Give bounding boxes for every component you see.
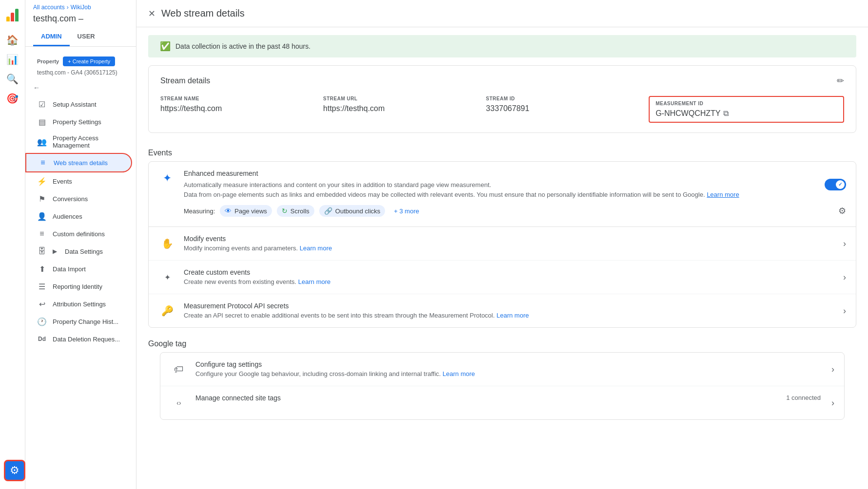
sidebar-item-attribution-settings[interactable]: ↩ Attribution Settings (25, 295, 132, 313)
chevron-right-icon: › (843, 272, 846, 282)
learn-more-custom[interactable]: Learn more (298, 278, 330, 285)
sidebar-item-data-streams[interactable]: ≡ Web stream details (25, 153, 132, 172)
em-top-row: ✦ Enhanced measurement Automatically mea… (158, 169, 846, 199)
sidebar-item-conversions[interactable]: ⚑ Conversions (25, 190, 132, 207)
measurement-protocol-item[interactable]: 🔑 Measurement Protocol API secrets Creat… (149, 294, 856, 327)
panel-body: ✅ Data collection is active in the past … (136, 27, 868, 489)
target-icon[interactable]: 🎯 (4, 90, 21, 107)
scrolls-label: Scrolls (290, 207, 309, 215)
conversions-icon: ⚑ (37, 194, 47, 204)
logo-bar1 (6, 17, 10, 21)
em-content: Enhanced measurement Automatically measu… (184, 169, 817, 199)
measurement-protocol-content: Measurement Protocol API secrets Create … (184, 302, 835, 319)
tab-user[interactable]: USER (70, 28, 103, 46)
sidebar-item-label: Reporting Identity (53, 283, 102, 290)
edit-icon[interactable]: ✏ (837, 75, 844, 86)
logo-bar3 (15, 9, 19, 21)
chevron-right-icon: › (843, 239, 846, 249)
sidebar-item-label: Property Change Hist... (53, 318, 118, 325)
stream-fields: STREAM NAME https://testhq.com STREAM UR… (160, 96, 844, 123)
admin-settings-button[interactable]: ⚙ (4, 460, 25, 481)
measuring-row: Measuring: 👁 Page views ↻ Scrolls 🔗 Outb… (184, 199, 846, 223)
more-measuring-button[interactable]: + 3 more (390, 206, 423, 217)
sidebar-item-setup-assistant[interactable]: ☑ Setup Assistant (25, 95, 132, 113)
stream-url-label: STREAM URL (323, 96, 476, 101)
manage-connected-tags-item[interactable]: ‹› Manage connected site tags 1 connecte… (160, 386, 844, 419)
measurement-protocol-title: Measurement Protocol API secrets (184, 302, 835, 310)
learn-more-protocol[interactable]: Learn more (497, 312, 529, 319)
sidebar-item-reporting-identity[interactable]: ☰ Reporting Identity (25, 278, 132, 295)
learn-more-link-em[interactable]: Learn more (707, 191, 739, 198)
measuring-settings-icon[interactable]: ⚙ (838, 206, 846, 216)
api-secrets-icon: 🔑 (158, 302, 176, 320)
connected-tags-icon: ‹› (170, 394, 188, 412)
outbound-clicks-chip[interactable]: 🔗 Outbound clicks (319, 205, 386, 217)
google-tag-card: 🏷 Configure tag settings Configure your … (160, 352, 845, 420)
manage-connected-content: Manage connected site tags (195, 394, 778, 404)
property-name: testhq.com – (25, 13, 136, 28)
sidebar-item-property-change-history[interactable]: 🕐 Property Change Hist... (25, 313, 132, 330)
property-settings-icon: ▤ (37, 117, 47, 127)
back-arrow[interactable]: ← (25, 80, 136, 95)
outbound-clicks-label: Outbound clicks (335, 207, 381, 215)
sidebar-item-label: Data Deletion Reques... (53, 336, 120, 343)
eye-icon: 👁 (225, 207, 231, 215)
modify-events-icon: ✋ (158, 235, 176, 252)
account-breadcrumb: All accounts › WikiJob (25, 0, 136, 13)
outbound-clicks-icon: 🔗 (324, 207, 332, 215)
sidebar-item-data-settings[interactable]: 🗄 ▶ Data Settings (25, 243, 132, 260)
manage-connected-title: Manage connected site tags (195, 394, 778, 402)
configure-tag-desc: Configure your Google tag behaviour, inc… (195, 370, 824, 377)
attribution-settings-icon: ↩ (37, 299, 47, 309)
events-section-label: Events (136, 141, 868, 161)
modify-events-item[interactable]: ✋ Modify events Modify incoming events a… (149, 227, 856, 261)
toggle-track: ✓ (825, 179, 846, 190)
bar-chart-icon[interactable]: 📊 (4, 51, 21, 68)
chevron-right-icon: › (831, 398, 834, 408)
toggle-thumb: ✓ (836, 180, 845, 189)
create-property-button[interactable]: + Create Property (63, 56, 115, 66)
tab-admin[interactable]: ADMIN (33, 28, 70, 46)
learn-more-tag[interactable]: Learn more (443, 370, 475, 377)
create-custom-events-item[interactable]: ✦ Create custom events Create new events… (149, 261, 856, 294)
data-streams-icon: ≡ (38, 158, 48, 168)
stream-details-title: Stream details (160, 76, 210, 85)
web-stream-panel: ✕ Web stream details ✅ Data collection i… (136, 0, 868, 489)
modify-events-title: Modify events (184, 235, 835, 243)
learn-more-modify[interactable]: Learn more (300, 244, 332, 252)
home-icon[interactable]: 🏠 (4, 31, 21, 49)
active-data-banner: ✅ Data collection is active in the past … (148, 35, 856, 57)
sidebar-item-events[interactable]: ⚡ Events (25, 172, 132, 190)
sidebar-item-custom-definitions[interactable]: ≡ Custom definitions (25, 225, 132, 243)
stream-id-field: STREAM ID 3337067891 (486, 96, 649, 123)
enhanced-measurement-toggle[interactable]: ✓ (825, 179, 846, 190)
data-import-icon: ⬆ (37, 264, 47, 274)
measurement-id-value: G-NHCWQCHZTY ⧉ (656, 109, 837, 118)
copy-icon[interactable]: ⧉ (723, 109, 729, 118)
sidebar-item-property-settings[interactable]: ▤ Property Settings (25, 113, 132, 131)
page-views-chip[interactable]: 👁 Page views (220, 205, 271, 217)
chevron-right-icon: › (831, 364, 834, 375)
enhanced-measurement-section: ✦ Enhanced measurement Automatically mea… (149, 162, 856, 227)
property-section-label: Property + Create Property (25, 51, 136, 68)
sidebar-item-label: Data Import (53, 265, 86, 273)
sidebar-item-property-access-management[interactable]: 👥 Property Access Management (25, 131, 132, 153)
search-icon[interactable]: 🔍 (4, 70, 21, 88)
card-title-row: Stream details ✏ (160, 75, 844, 86)
panel-title: Web stream details (161, 8, 245, 19)
scrolls-chip[interactable]: ↻ Scrolls (277, 205, 314, 217)
measurement-protocol-desc: Create an API secret to enable additiona… (184, 312, 835, 319)
breadcrumb-prefix: All accounts (33, 4, 65, 11)
sidebar-item-data-deletion-requests[interactable]: Dd Data Deletion Reques... (25, 330, 132, 348)
breadcrumb-account[interactable]: WikiJob (71, 4, 91, 11)
configure-tag-settings-item[interactable]: 🏷 Configure tag settings Configure your … (160, 353, 844, 386)
sidebar-item-data-import[interactable]: ⬆ Data Import (25, 260, 132, 278)
close-button[interactable]: ✕ (148, 8, 155, 19)
gear-icon: ⚙ (10, 464, 19, 477)
stream-url-field: STREAM URL https://testhq.com (323, 96, 486, 123)
enhanced-measurement-card: ✦ Enhanced measurement Automatically mea… (148, 161, 856, 328)
stream-name-label: STREAM NAME (160, 96, 313, 101)
sidebar-item-audiences[interactable]: 👤 Audiences (25, 207, 132, 225)
data-settings-icon: 🗄 (37, 246, 47, 256)
modify-events-content: Modify events Modify incoming events and… (184, 235, 835, 252)
